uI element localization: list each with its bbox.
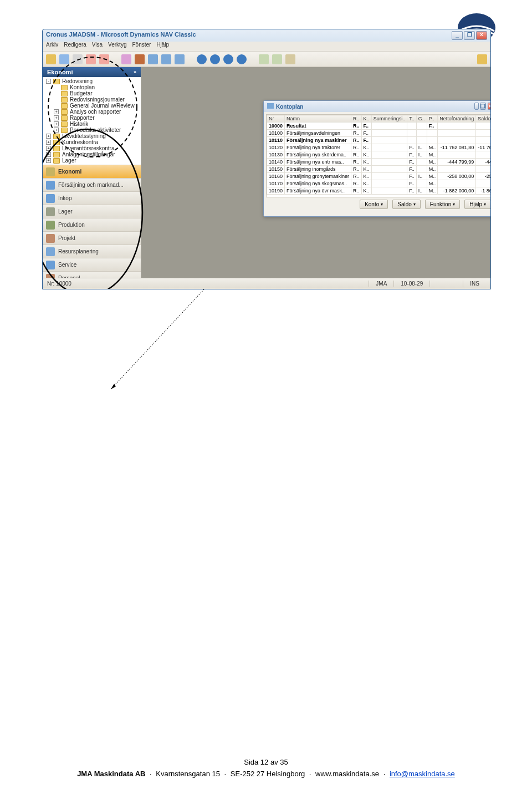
toolbar-icon[interactable] bbox=[223, 54, 233, 64]
child-close-button[interactable]: × bbox=[488, 103, 491, 110]
category-button[interactable]: Lager bbox=[43, 205, 141, 218]
app-screenshot: Cronus JMADSM - Microsoft Dynamics NAV C… bbox=[42, 29, 491, 289]
tree-item[interactable]: Redovisningsjournaler bbox=[45, 96, 139, 103]
kontoplan-grid[interactable]: NrNamnR..K..Summeringsi..T..G..P..Nettof… bbox=[266, 114, 491, 197]
table-row[interactable]: 10170Försäljning nya skogsmas..R..K..F..… bbox=[267, 180, 492, 187]
toolbar-icon[interactable] bbox=[197, 54, 207, 64]
status-left: Nr: 10000 bbox=[47, 281, 71, 287]
tree-item[interactable]: -Redovisning bbox=[45, 78, 139, 84]
child-maximize-button[interactable]: ❐ bbox=[480, 103, 486, 110]
tree-item[interactable]: +Leverantörsreskontra bbox=[45, 145, 139, 151]
chevron-down-icon: ▾ bbox=[453, 202, 455, 207]
menu-item[interactable]: Arkiv bbox=[46, 42, 58, 48]
menubar[interactable]: ArkivRedigeraVisaVerktygFönsterHjälp bbox=[43, 42, 490, 52]
category-icon bbox=[46, 194, 55, 203]
table-row[interactable]: 10190Försäljning nya övr mask..R..K..F..… bbox=[267, 187, 492, 195]
page-footer: Sida 12 av 35 JMA Maskindata AB · Kvarns… bbox=[0, 758, 532, 778]
toolbar-icon[interactable] bbox=[161, 54, 171, 64]
child-window-kontoplan: Kontoplan _ ❐ × NrNamnR..K..Summeringsi.… bbox=[263, 100, 491, 217]
toolbar-icon[interactable] bbox=[175, 54, 185, 64]
status-user: JMA bbox=[369, 281, 393, 287]
menu-item[interactable]: Fönster bbox=[132, 42, 151, 48]
menu-item[interactable]: Redigera bbox=[64, 42, 86, 48]
toolbar-icon[interactable] bbox=[210, 54, 220, 64]
menu-item[interactable]: Hjälp bbox=[156, 42, 169, 48]
navigation-pane: Ekonomi » -Redovisning Kontoplan Budgeta… bbox=[43, 67, 141, 278]
category-button[interactable]: Produktion bbox=[43, 218, 141, 231]
table-row[interactable]: 10100FörsäljningsavdelningenR..F.. bbox=[267, 130, 492, 137]
child-minimize-button[interactable]: _ bbox=[474, 103, 479, 110]
chevron-icon: » bbox=[134, 69, 136, 75]
status-mode: INS bbox=[463, 281, 486, 287]
table-row[interactable]: 10120Försäljning nya traktorerR..K..F..I… bbox=[267, 144, 492, 151]
tree-item[interactable]: Kontoplan bbox=[45, 84, 139, 90]
toolbar-icon[interactable] bbox=[46, 54, 56, 64]
toolbar-icon[interactable] bbox=[73, 54, 83, 64]
tree-item[interactable]: +Anläggningstillgångar bbox=[45, 151, 139, 157]
toolbar-icon[interactable] bbox=[259, 54, 269, 64]
toolbar-icon[interactable] bbox=[272, 54, 282, 64]
table-row[interactable]: 10140Försäljning nya entr mas..R..K..F..… bbox=[267, 159, 492, 166]
tree-item[interactable]: Budgetar bbox=[45, 90, 139, 96]
tree-item[interactable]: +Lager bbox=[45, 157, 139, 164]
nav-tree[interactable]: -Redovisning Kontoplan Budgetar Redovisn… bbox=[43, 77, 141, 165]
tree-item[interactable]: +Kundreskontra bbox=[45, 139, 139, 145]
tree-item[interactable]: +Periodiska aktiviteter bbox=[45, 127, 139, 133]
minimize-button[interactable]: _ bbox=[452, 31, 463, 40]
toolbar-icon[interactable] bbox=[135, 54, 145, 64]
chevron-down-icon: ▾ bbox=[413, 202, 416, 207]
page-number: Sida 12 av 35 bbox=[0, 758, 532, 766]
tree-item[interactable]: General Journal w/Review bbox=[45, 103, 139, 109]
status-date: 10-08-29 bbox=[393, 281, 429, 287]
chevron-down-icon: ▾ bbox=[484, 202, 486, 207]
category-list: EkonomiFörsäljning och marknad...InköpLa… bbox=[43, 165, 141, 289]
category-button[interactable]: Service bbox=[43, 258, 141, 271]
svg-marker-6 bbox=[111, 384, 116, 389]
category-button[interactable]: Resursplanering bbox=[43, 245, 141, 258]
menu-item[interactable]: Verktyg bbox=[108, 42, 126, 48]
close-button[interactable]: × bbox=[476, 31, 487, 40]
toolbar-icon[interactable] bbox=[99, 54, 109, 64]
tree-item[interactable]: +Historik bbox=[45, 121, 139, 127]
window-button[interactable]: Funktion▾ bbox=[425, 200, 460, 209]
footer-email-link[interactable]: info@maskindata.se bbox=[390, 770, 455, 778]
table-row[interactable]: 10110Försäljning nya maskinerR..F.. bbox=[267, 137, 492, 144]
toolbar-icon[interactable] bbox=[285, 54, 295, 64]
chevron-down-icon: ▾ bbox=[381, 202, 383, 207]
table-row[interactable]: 10150Försäljning inomgårdsR..K..F..M.. bbox=[267, 166, 492, 173]
category-icon bbox=[46, 167, 55, 176]
maximize-button[interactable]: ❐ bbox=[464, 31, 475, 40]
toolbar-icon[interactable] bbox=[148, 54, 158, 64]
category-icon bbox=[46, 247, 55, 256]
category-icon bbox=[46, 181, 55, 190]
category-button[interactable]: Projekt bbox=[43, 231, 141, 245]
toolbar[interactable] bbox=[43, 52, 490, 67]
menu-item[interactable]: Visa bbox=[92, 42, 103, 48]
category-icon bbox=[46, 207, 55, 216]
toolbar-icon[interactable] bbox=[121, 54, 131, 64]
app-titlebar: Cronus JMADSM - Microsoft Dynamics NAV C… bbox=[43, 29, 490, 42]
tree-item[interactable]: +Rapporter bbox=[45, 115, 139, 121]
toolbar-icon[interactable] bbox=[237, 54, 247, 64]
table-row[interactable]: 10130Försäljning nya skördema..R..K..F..… bbox=[267, 151, 492, 159]
toolbar-icon[interactable] bbox=[477, 54, 487, 64]
category-icon bbox=[46, 221, 55, 230]
toolbar-icon[interactable] bbox=[59, 54, 69, 64]
mdi-workspace: Kontoplan _ ❐ × NrNamnR..K..Summeringsi.… bbox=[141, 67, 490, 278]
window-button[interactable]: Konto▾ bbox=[360, 200, 388, 209]
category-button[interactable]: Försäljning och marknad... bbox=[43, 178, 141, 191]
statusbar: Nr: 10000 JMA 10-08-29 INS bbox=[43, 278, 490, 289]
category-button[interactable]: Ekonomi bbox=[43, 165, 141, 178]
category-icon bbox=[46, 234, 55, 243]
tree-item[interactable]: +Likviditetsstyrning bbox=[45, 133, 139, 139]
child-window-titlebar: Kontoplan _ ❐ × bbox=[264, 101, 491, 112]
window-button[interactable]: Saldo▾ bbox=[392, 200, 421, 209]
table-row[interactable]: 10160Försäljning grönytemaskinerR..K..F.… bbox=[267, 173, 492, 180]
toolbar-icon[interactable] bbox=[86, 54, 96, 64]
category-button[interactable]: Inköp bbox=[43, 191, 141, 205]
category-icon bbox=[46, 261, 55, 269]
window-button[interactable]: Hjälp▾ bbox=[464, 200, 491, 209]
tree-item[interactable]: +Analys och rapporter bbox=[45, 109, 139, 115]
nav-active-category[interactable]: Ekonomi » bbox=[43, 67, 141, 77]
table-row[interactable]: 10000ResultatR..F..F.. bbox=[267, 123, 492, 130]
